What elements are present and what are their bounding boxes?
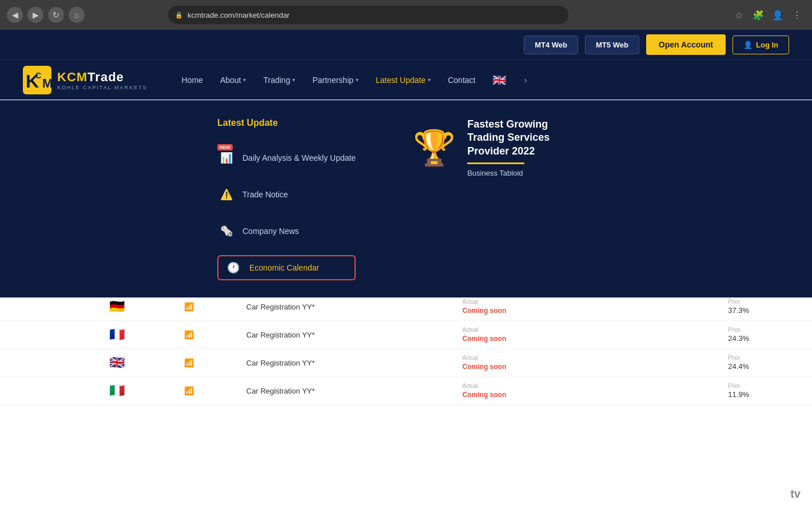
logo-sub-text: KOHLE CAPITAL MARKETS	[57, 85, 148, 90]
nav-partnership[interactable]: Partnership ▾	[312, 76, 359, 85]
partnership-chevron-icon: ▾	[356, 77, 359, 83]
economic-calendar-label: Economic Calendar	[249, 263, 319, 272]
mt5-button[interactable]: MT5 Web	[585, 35, 639, 54]
table-row: 🇮🇹📶Car Registration YY*ActualComing soon…	[0, 377, 812, 405]
latest-update-chevron-icon: ▾	[428, 77, 431, 83]
cell-prior: Prior24.4%	[719, 349, 812, 377]
dropdown-item-economic-calendar[interactable]: 🕐 Economic Calendar	[217, 255, 356, 280]
cell-actual: ActualComing soon	[453, 321, 591, 349]
cell-impact: 📶	[175, 349, 237, 377]
cell-event[interactable]: Car Registration YY*	[237, 321, 453, 349]
cell-event[interactable]: Car Registration YY*	[237, 349, 453, 377]
cell-flag: 🇬🇧	[100, 349, 175, 377]
award-title: Fastest Growing Trading Services Provide…	[467, 118, 582, 158]
svg-text:M: M	[42, 76, 51, 90]
address-bar[interactable]: 🔒 kcmtrade.com/market/calendar	[168, 6, 568, 24]
company-news-icon: 🗞️	[217, 222, 236, 240]
award-subtitle: Business Tabloid	[467, 169, 582, 177]
cell-impact: 📶	[175, 321, 237, 349]
login-label: Log In	[756, 41, 778, 49]
logo-icon: K C M	[23, 66, 51, 94]
cell-forecast	[591, 321, 719, 349]
nav-home[interactable]: Home	[182, 76, 203, 85]
cell-flag: 🇮🇹	[100, 377, 175, 405]
economic-calendar-icon: 🕐	[224, 259, 242, 277]
coming-soon-badge: Coming soon	[463, 363, 507, 371]
about-chevron-icon: ▾	[243, 77, 246, 83]
cell-impact: 📶	[175, 377, 237, 405]
home-button[interactable]: ⌂	[69, 7, 85, 23]
award-divider	[467, 162, 524, 164]
company-news-label: Company News	[242, 227, 299, 236]
cell-event[interactable]: Car Registration YY*	[237, 377, 453, 405]
kcm-text: KCM	[57, 70, 87, 84]
nav-right-chevron-icon[interactable]: ›	[524, 75, 527, 85]
trade-text: Trade	[87, 70, 124, 84]
nav-contact[interactable]: Contact	[448, 76, 475, 85]
impact-icon: 📶	[184, 358, 194, 367]
dropdown-title: Latest Update	[217, 118, 356, 128]
trade-notice-label: Trade Notice	[242, 190, 288, 199]
daily-label: Daily Analysis & Weekly Update	[242, 153, 356, 162]
reload-button[interactable]: ↻	[48, 7, 64, 23]
daily-icon: 📊	[217, 149, 236, 167]
browser-actions: ☆ 🧩 👤 ⋮	[731, 7, 805, 23]
nav-bar: K C M KCMTrade KOHLE CAPITAL MARKETS Hom…	[0, 59, 812, 100]
new-badge: NEW	[217, 144, 233, 150]
impact-icon: 📶	[184, 386, 194, 395]
star-button[interactable]: ☆	[731, 7, 747, 23]
cell-time	[0, 349, 100, 377]
trade-notice-icon: ⚠️	[217, 185, 236, 204]
award-trophy-icon: 🏆	[413, 128, 456, 168]
award-section: 🏆 Fastest Growing Trading Services Provi…	[413, 118, 582, 177]
dropdown-item-trade-notice[interactable]: ⚠️ Trade Notice	[217, 182, 356, 207]
mt4-button[interactable]: MT4 Web	[524, 35, 578, 54]
table-row: 🇫🇷📶Car Registration YY*ActualComing soon…	[0, 321, 812, 349]
top-bar: MT4 Web MT5 Web Open Account 👤 Log In	[0, 30, 812, 59]
cell-flag: 🇫🇷	[100, 321, 175, 349]
nav-trading[interactable]: Trading ▾	[263, 76, 295, 85]
impact-icon: 📶	[184, 302, 194, 311]
award-text: Fastest Growing Trading Services Provide…	[467, 118, 582, 177]
cell-time	[0, 377, 100, 405]
url-text: kcmtrade.com/market/calendar	[188, 11, 289, 19]
secure-icon: 🔒	[175, 11, 183, 19]
coming-soon-badge: Coming soon	[463, 307, 507, 315]
logo-area[interactable]: K C M KCMTrade KOHLE CAPITAL MARKETS	[23, 66, 148, 94]
nav-about[interactable]: About ▾	[220, 76, 246, 85]
logo-text: KCMTrade KOHLE CAPITAL MARKETS	[57, 70, 148, 90]
back-button[interactable]: ◀	[7, 7, 23, 23]
cell-actual: ActualComing soon	[453, 349, 591, 377]
coming-soon-badge: Coming soon	[463, 335, 507, 343]
cell-actual: ActualComing soon	[453, 377, 591, 405]
cell-forecast	[591, 377, 719, 405]
dropdown-item-daily[interactable]: NEW 📊 Daily Analysis & Weekly Update	[217, 145, 356, 170]
logo-main-text: KCMTrade	[57, 70, 148, 85]
coming-soon-badge: Coming soon	[463, 391, 507, 399]
login-icon: 👤	[743, 41, 753, 49]
trading-chevron-icon: ▾	[292, 77, 295, 83]
dropdown-column: Latest Update NEW 📊 Daily Analysis & Wee…	[217, 118, 356, 280]
forward-button[interactable]: ▶	[27, 7, 43, 23]
svg-text:C: C	[35, 71, 41, 80]
daily-icon-wrapper: NEW 📊	[217, 149, 236, 167]
impact-icon: 📶	[184, 330, 194, 339]
menu-button[interactable]: ⋮	[789, 7, 805, 23]
cell-prior: Prior24.3%	[719, 321, 812, 349]
latest-update-dropdown: Latest Update NEW 📊 Daily Analysis & Wee…	[0, 100, 812, 297]
extensions-button[interactable]: 🧩	[750, 7, 766, 23]
cell-forecast	[591, 349, 719, 377]
table-row: 🇬🇧📶Car Registration YY*ActualComing soon…	[0, 349, 812, 377]
cell-prior: Prior11.9%	[719, 377, 812, 405]
flag-icon[interactable]: 🇬🇧	[492, 73, 507, 87]
cell-time	[0, 321, 100, 349]
dropdown-item-company-news[interactable]: 🗞️ Company News	[217, 219, 356, 244]
open-account-button[interactable]: Open Account	[646, 34, 726, 55]
profile-button[interactable]: 👤	[770, 7, 786, 23]
main-nav: Home About ▾ Trading ▾ Partnership ▾ Lat…	[182, 73, 789, 87]
login-button[interactable]: 👤 Log In	[733, 35, 789, 54]
nav-latest-update[interactable]: Latest Update ▾	[376, 76, 431, 85]
browser-chrome: ◀ ▶ ↻ ⌂ 🔒 kcmtrade.com/market/calendar ☆…	[0, 0, 812, 30]
